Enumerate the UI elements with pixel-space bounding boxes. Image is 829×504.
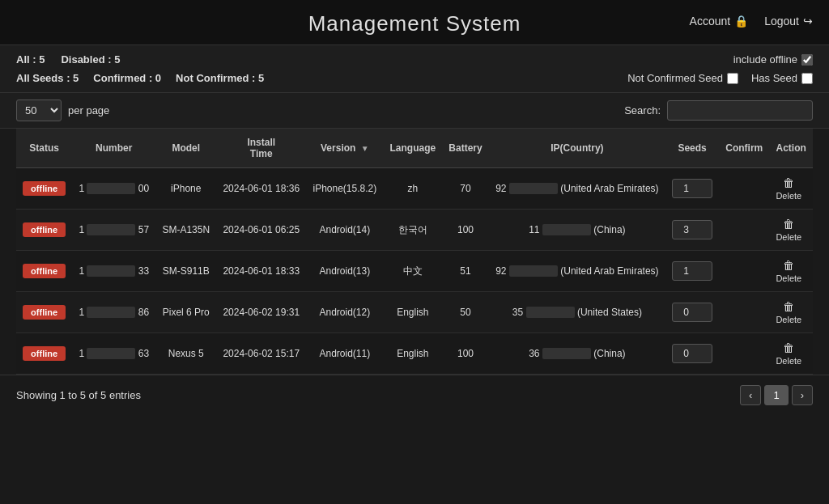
toolbar-stats: All : 5 Disabled : 5: [16, 53, 120, 66]
include-offline-label: include offline: [733, 53, 813, 66]
cell-number: 1 00: [72, 168, 155, 210]
next-page-button[interactable]: ›: [792, 385, 813, 405]
cell-install-time: 2024-06-02 15:17: [216, 333, 306, 375]
data-table-container: Status Number Model InstallTime Version …: [0, 129, 829, 375]
not-confirmed-seed-filter: Not Confirmed Seed: [627, 72, 738, 84]
cell-ip: 11 (China): [489, 210, 665, 251]
cell-model: Nexus 5: [155, 333, 216, 375]
table-row: offline 1 86 Pixel 6 Pro2024-06-02 19:31…: [16, 292, 813, 333]
header-actions: Account 🔒 Logout ↪: [690, 15, 813, 28]
seeds-input[interactable]: [672, 261, 712, 281]
seeds-input[interactable]: [672, 303, 712, 322]
cell-seeds[interactable]: [665, 333, 719, 375]
search-input[interactable]: [667, 100, 813, 121]
prev-page-button[interactable]: ‹: [740, 385, 761, 405]
masked-number: [87, 265, 135, 277]
showing-text: Showing 1 to 5 of 5 entries: [16, 389, 141, 401]
delete-button[interactable]: 🗑 Delete: [776, 300, 801, 324]
cell-seeds[interactable]: [665, 210, 719, 251]
cell-model: SM-S911B: [155, 251, 216, 292]
toolbar-include-offline: include offline: [733, 53, 813, 66]
col-seeds: Seeds: [665, 129, 719, 168]
toolbar: All : 5 Disabled : 5 include offline All…: [0, 45, 829, 93]
table-row: offline 1 57 SM-A135N2024-06-01 06:25And…: [16, 210, 813, 251]
logout-button[interactable]: Logout ↪: [764, 15, 813, 28]
masked-number: [87, 348, 135, 359]
seeds-input[interactable]: [672, 220, 712, 239]
col-model: Model: [155, 129, 216, 168]
cell-number: 1 86: [72, 292, 155, 333]
cell-battery: 70: [442, 168, 489, 210]
cell-seeds[interactable]: [665, 168, 719, 210]
delete-button[interactable]: 🗑 Delete: [776, 341, 801, 366]
trash-icon: 🗑: [783, 259, 794, 272]
cell-language: zh: [383, 168, 442, 210]
cell-battery: 51: [442, 251, 489, 292]
delete-label: Delete: [776, 273, 801, 283]
cell-battery: 50: [442, 292, 489, 333]
cell-install-time: 2024-06-01 18:36: [216, 168, 306, 210]
not-confirmed-seed-checkbox[interactable]: [727, 73, 738, 84]
seed-stats: All Seeds : 5 Confirmed : 0 Not Confirme…: [16, 72, 264, 84]
status-badge: offline: [23, 264, 66, 278]
cell-version: Android(13): [306, 251, 383, 292]
data-table: Status Number Model InstallTime Version …: [16, 129, 813, 375]
toolbar-row1: All : 5 Disabled : 5 include offline: [16, 53, 813, 66]
logout-icon: ↪: [803, 15, 813, 28]
trash-icon: 🗑: [783, 341, 794, 354]
cell-battery: 100: [442, 333, 489, 375]
cell-confirm: [719, 333, 769, 375]
cell-language: English: [383, 292, 442, 333]
account-label: Account: [690, 15, 731, 28]
cell-status: offline: [16, 292, 72, 333]
cell-seeds[interactable]: [665, 251, 719, 292]
table-header: Status Number Model InstallTime Version …: [16, 129, 813, 168]
col-number: Number: [72, 129, 155, 168]
not-confirmed-count: Not Confirmed : 5: [176, 72, 264, 84]
delete-label: Delete: [776, 232, 801, 242]
account-button[interactable]: Account 🔒: [690, 15, 749, 28]
cell-version: Android(12): [306, 292, 383, 333]
seeds-input[interactable]: [672, 344, 712, 363]
masked-ip: [542, 348, 591, 359]
header: Management System Account 🔒 Logout ↪: [0, 0, 829, 45]
cell-ip: 36 (China): [489, 333, 665, 375]
has-seed-checkbox[interactable]: [801, 73, 813, 84]
trash-icon: 🗑: [783, 176, 794, 189]
lock-icon: 🔒: [734, 15, 748, 28]
table-row: offline 1 33 SM-S911B2024-06-01 18:33And…: [16, 251, 813, 292]
cell-number: 1 57: [72, 210, 155, 251]
masked-ip: [509, 265, 558, 277]
cell-model: SM-A135N: [155, 210, 216, 251]
col-confirm: Confirm: [719, 129, 769, 168]
cell-language: 한국어: [383, 210, 442, 251]
col-version[interactable]: Version ▼: [306, 129, 383, 168]
trash-icon: 🗑: [783, 218, 794, 231]
delete-button[interactable]: 🗑 Delete: [776, 176, 801, 201]
cell-model: Pixel 6 Pro: [155, 292, 216, 333]
include-offline-checkbox[interactable]: [801, 54, 813, 66]
cell-battery: 100: [442, 210, 489, 251]
page-1-button[interactable]: 1: [764, 385, 788, 405]
cell-confirm: [719, 168, 769, 210]
delete-button[interactable]: 🗑 Delete: [776, 259, 801, 283]
status-badge: offline: [23, 346, 66, 361]
per-page-select[interactable]: 50 25 100: [16, 100, 62, 121]
cell-install-time: 2024-06-01 06:25: [216, 210, 306, 251]
col-language: Language: [383, 129, 442, 168]
cell-confirm: [719, 292, 769, 333]
masked-ip: [509, 183, 558, 194]
cell-install-time: 2024-06-01 18:33: [216, 251, 306, 292]
pagination: ‹ 1 ›: [740, 385, 813, 405]
cell-ip: 35 (United States): [489, 292, 665, 333]
cell-seeds[interactable]: [665, 292, 719, 333]
cell-version: iPhone(15.8.2): [306, 168, 383, 210]
status-badge: offline: [23, 305, 66, 320]
has-seed-filter: Has Seed: [751, 72, 813, 84]
delete-button[interactable]: 🗑 Delete: [776, 218, 801, 242]
seeds-input[interactable]: [672, 179, 712, 198]
per-page-control: 50 25 100 per page: [16, 100, 109, 121]
search-label: Search:: [624, 104, 661, 116]
delete-label: Delete: [776, 191, 801, 201]
per-page-label: per page: [68, 104, 109, 116]
